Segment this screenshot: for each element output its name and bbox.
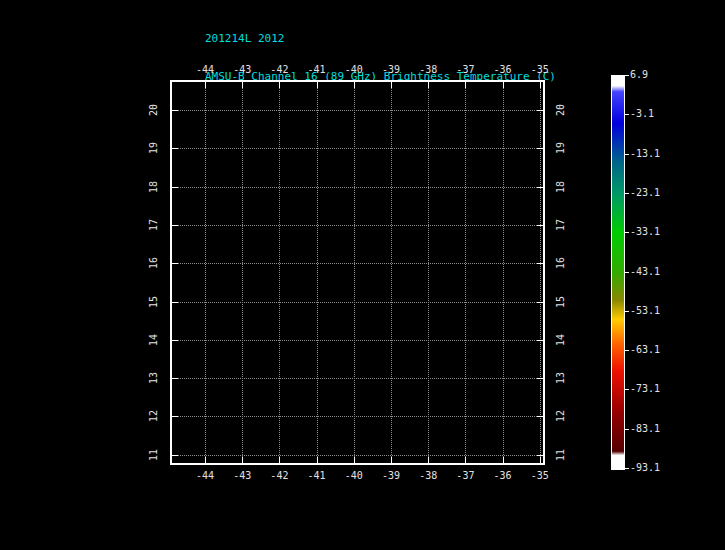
y-tick-mark xyxy=(172,416,178,417)
y-gridline xyxy=(172,302,543,303)
x-gridline xyxy=(354,82,355,463)
x-tick-label-top: -41 xyxy=(299,64,335,76)
y-gridline xyxy=(172,225,543,226)
x-tick-label-bottom: -38 xyxy=(410,470,446,482)
colorbar-tick-label: -83.1 xyxy=(630,423,672,435)
colorbar-tick-label: -43.1 xyxy=(630,266,672,278)
colorbar-tick-label: -93.1 xyxy=(630,462,672,474)
y-tick-label-left: 17 xyxy=(148,213,160,237)
x-tick-label-bottom: -35 xyxy=(522,470,558,482)
x-tick-label-bottom: -36 xyxy=(485,470,521,482)
colorbar-tick-mark xyxy=(625,193,629,194)
x-tick-mark xyxy=(391,457,392,463)
y-tick-label-right: 13 xyxy=(555,366,567,390)
x-tick-mark xyxy=(428,82,429,88)
colorbar-tick-label: -23.1 xyxy=(630,187,672,199)
header-date-line: 201214L 2012 xyxy=(205,33,556,46)
y-tick-mark xyxy=(537,302,543,303)
x-tick-mark xyxy=(242,82,243,88)
y-tick-mark xyxy=(537,416,543,417)
x-tick-label-bottom: -43 xyxy=(224,470,260,482)
colorbar-tick-label: -33.1 xyxy=(630,226,672,238)
x-tick-label-top: -36 xyxy=(485,64,521,76)
y-tick-mark xyxy=(172,110,178,111)
x-gridline xyxy=(279,82,280,463)
y-gridline xyxy=(172,148,543,149)
colorbar-tick-mark xyxy=(625,154,629,155)
colorbar-tick-label: -13.1 xyxy=(630,148,672,160)
y-gridline xyxy=(172,187,543,188)
x-tick-label-bottom: -40 xyxy=(336,470,372,482)
x-tick-label-top: -44 xyxy=(187,64,223,76)
x-tick-mark xyxy=(317,457,318,463)
x-gridline xyxy=(391,82,392,463)
y-tick-label-left: 16 xyxy=(148,251,160,275)
x-gridline xyxy=(428,82,429,463)
y-tick-label-right: 18 xyxy=(555,175,567,199)
y-tick-mark xyxy=(537,340,543,341)
x-tick-mark xyxy=(354,82,355,88)
y-gridline xyxy=(172,378,543,379)
y-tick-label-right: 15 xyxy=(555,290,567,314)
y-tick-mark xyxy=(172,455,178,456)
colorbar-tick-label: 6.9 xyxy=(630,69,672,81)
y-gridline xyxy=(172,340,543,341)
colorbar-tick-label: -73.1 xyxy=(630,383,672,395)
y-tick-mark xyxy=(537,110,543,111)
y-tick-mark xyxy=(172,340,178,341)
y-tick-mark xyxy=(172,263,178,264)
y-tick-mark xyxy=(172,187,178,188)
y-tick-mark xyxy=(172,378,178,379)
colorbar-tick-mark xyxy=(625,232,629,233)
x-tick-label-bottom: -37 xyxy=(447,470,483,482)
x-tick-label-top: -38 xyxy=(410,64,446,76)
y-tick-mark xyxy=(537,263,543,264)
x-tick-label-bottom: -44 xyxy=(187,470,223,482)
y-tick-label-left: 19 xyxy=(148,136,160,160)
x-tick-label-top: -39 xyxy=(373,64,409,76)
plot-area xyxy=(170,80,545,465)
x-gridline xyxy=(503,82,504,463)
x-tick-mark xyxy=(317,82,318,88)
colorbar-tick-label: -53.1 xyxy=(630,305,672,317)
y-tick-mark xyxy=(537,378,543,379)
x-tick-label-top: -37 xyxy=(447,64,483,76)
colorbar-gradient xyxy=(611,75,625,470)
y-tick-mark xyxy=(537,148,543,149)
x-tick-label-bottom: -42 xyxy=(261,470,297,482)
y-tick-label-left: 13 xyxy=(148,366,160,390)
x-tick-label-top: -43 xyxy=(224,64,260,76)
y-gridline xyxy=(172,455,543,456)
x-tick-mark xyxy=(465,82,466,88)
y-tick-label-right: 16 xyxy=(555,251,567,275)
y-tick-label-left: 15 xyxy=(148,290,160,314)
colorbar-tick-mark xyxy=(625,429,629,430)
x-tick-label-top: -35 xyxy=(522,64,558,76)
x-tick-mark xyxy=(540,82,541,88)
y-tick-label-left: 12 xyxy=(148,404,160,428)
y-tick-label-right: 19 xyxy=(555,136,567,160)
y-tick-label-left: 20 xyxy=(148,98,160,122)
y-tick-label-right: 20 xyxy=(555,98,567,122)
x-tick-mark xyxy=(391,82,392,88)
y-tick-label-right: 12 xyxy=(555,404,567,428)
y-tick-label-left: 18 xyxy=(148,175,160,199)
x-tick-label-top: -42 xyxy=(261,64,297,76)
y-tick-mark xyxy=(172,148,178,149)
y-tick-label-right: 14 xyxy=(555,328,567,352)
y-gridline xyxy=(172,416,543,417)
colorbar-tick-label: -3.1 xyxy=(630,108,672,120)
y-tick-mark xyxy=(537,455,543,456)
colorbar-tick-mark xyxy=(625,272,629,273)
x-tick-label-top: -40 xyxy=(336,64,372,76)
colorbar-tick-mark xyxy=(625,75,629,76)
y-tick-mark xyxy=(172,302,178,303)
y-gridline xyxy=(172,110,543,111)
colorbar-tick-mark xyxy=(625,389,629,390)
y-tick-label-right: 11 xyxy=(555,443,567,467)
x-gridline xyxy=(465,82,466,463)
x-tick-mark xyxy=(242,457,243,463)
x-tick-mark xyxy=(279,82,280,88)
y-tick-mark xyxy=(537,187,543,188)
y-tick-mark xyxy=(537,225,543,226)
